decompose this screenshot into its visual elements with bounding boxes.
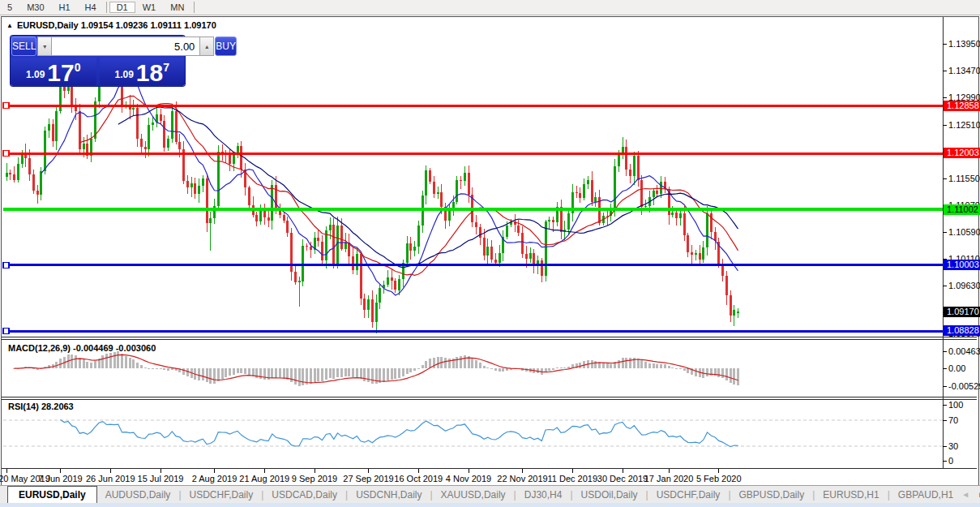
sell-button[interactable]: SELL bbox=[11, 37, 36, 56]
timeframe-button-w1[interactable]: W1 bbox=[135, 2, 164, 13]
tab-scroll-controls: ◄► bbox=[961, 486, 980, 503]
macd-name: MACD(12,26,9) bbox=[8, 343, 71, 353]
timeframe-button-d1[interactable]: D1 bbox=[109, 2, 135, 13]
buy-price-small: 1.09 bbox=[114, 69, 133, 80]
price-tick-label: 1.12510 bbox=[948, 120, 980, 131]
date-tick-label: 9 Sep 2019 bbox=[292, 474, 337, 483]
rsi-label: RSI(14) 28.2063 bbox=[8, 402, 74, 411]
chart-window-frame bbox=[1, 16, 979, 486]
rsi-scale-label: 30 bbox=[948, 441, 958, 452]
date-tick-label: 30 Dec 2019 bbox=[597, 474, 648, 483]
macd-label: MACD(12,26,9) -0.004469 -0.003060 bbox=[8, 343, 156, 353]
date-tick-label: 2 Aug 2019 bbox=[192, 474, 238, 483]
timeframe-button-mn[interactable]: MN bbox=[163, 2, 191, 13]
chart-tab-xauusd-daily[interactable]: XAUUSD,Daily bbox=[433, 486, 514, 503]
price-level-badge: 1.09170 bbox=[944, 307, 980, 317]
date-tick-label: 16 Oct 2019 bbox=[394, 474, 443, 483]
volume-input[interactable] bbox=[52, 37, 199, 56]
rsi-scale-label: 100 bbox=[948, 400, 963, 410]
date-tick-label: 7 Jun 2019 bbox=[38, 474, 82, 483]
date-tick-label: 27 Sep 2019 bbox=[343, 474, 393, 483]
timeframe-toolbar: 5M30H1H4D1W1MN bbox=[0, 0, 980, 15]
chart-tab-usdchf-daily[interactable]: USDCHF,Daily bbox=[182, 486, 262, 503]
volume-decrease-button[interactable]: ▾ bbox=[37, 37, 52, 56]
price-tick-label: 1.11550 bbox=[948, 174, 980, 184]
timeframe-button-5[interactable]: 5 bbox=[0, 2, 19, 13]
buy-price-big: 18 bbox=[136, 62, 163, 84]
rsi-scale-label: 70 bbox=[948, 415, 958, 426]
timeframe-button-h1[interactable]: H1 bbox=[52, 2, 78, 13]
macd-scale-label: 0.00463 bbox=[948, 346, 980, 357]
price-tick-label: 1.13470 bbox=[948, 66, 980, 76]
chart-tab-usdoil-daily[interactable]: USDOil,Daily bbox=[573, 486, 646, 503]
timeframe-button-m30[interactable]: M30 bbox=[19, 2, 51, 13]
price-level-badge: 1.08828 bbox=[944, 325, 980, 336]
rsi-value: 28.2063 bbox=[41, 402, 74, 411]
chart-tab-usdchf-daily[interactable]: USDCHF,Daily bbox=[648, 486, 729, 503]
date-tick-label: 15 Jul 2019 bbox=[138, 474, 184, 483]
date-tick-label: 22 Nov 2019 bbox=[497, 474, 547, 483]
volume-increase-button[interactable]: ▴ bbox=[199, 37, 214, 56]
chart-tab-gbpusd-daily[interactable]: GBPUSD,Daily bbox=[731, 486, 813, 503]
timeframe-button-h4[interactable]: H4 bbox=[78, 2, 104, 13]
chart-tab-usdcnh-daily[interactable]: USDCNH,Daily bbox=[348, 486, 430, 503]
buy-price-sup: 7 bbox=[163, 61, 169, 74]
price-level-badge: 1.11002 bbox=[944, 204, 980, 215]
chart-tab-eurusd-daily[interactable]: EURUSD,Daily bbox=[7, 486, 97, 503]
date-tick-label: 5 Feb 2020 bbox=[696, 474, 742, 483]
chart-tab-dj30-h4[interactable]: DJ30,H4 bbox=[516, 486, 571, 503]
tab-scroll-left-icon[interactable]: ◄ bbox=[961, 490, 969, 499]
price-level-badge: 1.10003 bbox=[944, 260, 980, 270]
chart-symbol-label: EURUSD,Daily bbox=[17, 20, 79, 30]
date-tick-label: 4 Nov 2019 bbox=[446, 474, 491, 483]
chart-tab-eurusd-h1[interactable]: EURUSD,H1 bbox=[815, 486, 887, 503]
toolbar-separator bbox=[194, 2, 195, 13]
price-tick-label: 1.10590 bbox=[948, 227, 980, 238]
chart-tab-bar: EURUSD,DailyAUDUSD,Daily|USDCHF,Daily|US… bbox=[0, 485, 980, 503]
sell-price-small: 1.09 bbox=[26, 69, 45, 80]
ohlc-low-value: 1.09111 bbox=[150, 20, 182, 30]
buy-button[interactable]: BUY bbox=[215, 37, 237, 56]
toolbar-separator bbox=[106, 2, 107, 13]
sell-quote-display[interactable]: 1.09 17 0 bbox=[11, 58, 96, 85]
sell-price-big: 17 bbox=[47, 62, 74, 84]
price-tick-label: 1.09630 bbox=[948, 281, 980, 291]
date-tick-label: 11 Dec 2019 bbox=[547, 474, 597, 483]
macd-main-value: -0.004469 bbox=[73, 343, 113, 353]
rsi-scale-label: 0 bbox=[948, 456, 953, 466]
ohlc-high-value: 1.09236 bbox=[116, 20, 148, 30]
macd-scale-label: 0.00 bbox=[948, 363, 965, 374]
date-tick-label: 26 Jun 2019 bbox=[86, 474, 135, 483]
price-level-badge: 1.12858 bbox=[944, 101, 980, 111]
chart-tab-usdcad-daily[interactable]: USDCAD,Daily bbox=[263, 486, 345, 503]
chart-header: ▲EURUSD,Daily 1.09154 1.09236 1.09111 1.… bbox=[6, 20, 216, 30]
collapse-panel-icon[interactable]: ▲ bbox=[6, 22, 13, 29]
one-click-trading-panel: SELL ▾ ▴ BUY 1.09 17 0 1.09 18 7 bbox=[11, 36, 185, 86]
date-tick-label: 17 Jan 2020 bbox=[644, 474, 694, 483]
mt4-application-window: 5M30H1H4D1W1MN ▲EURUSD,Daily 1.09154 1.0… bbox=[0, 0, 980, 507]
price-tick-label: 1.13950 bbox=[948, 39, 980, 49]
macd-signal-value: -0.003060 bbox=[116, 343, 156, 353]
macd-scale-label: -0.005299 bbox=[948, 381, 980, 392]
rsi-name: RSI(14) bbox=[8, 402, 39, 411]
date-tick-label: 21 Aug 2019 bbox=[239, 474, 289, 483]
ohlc-close-value: 1.09170 bbox=[184, 20, 216, 30]
chart-tab-gbpaud-h1[interactable]: GBPAUD,H1 bbox=[890, 486, 961, 503]
sell-price-sup: 0 bbox=[75, 61, 81, 74]
buy-quote-display[interactable]: 1.09 18 7 bbox=[100, 58, 186, 85]
price-level-badge: 1.12003 bbox=[944, 148, 980, 158]
ohlc-open-value: 1.09154 bbox=[81, 20, 113, 30]
chart-tab-audusd-daily[interactable]: AUDUSD,Daily bbox=[97, 486, 179, 503]
